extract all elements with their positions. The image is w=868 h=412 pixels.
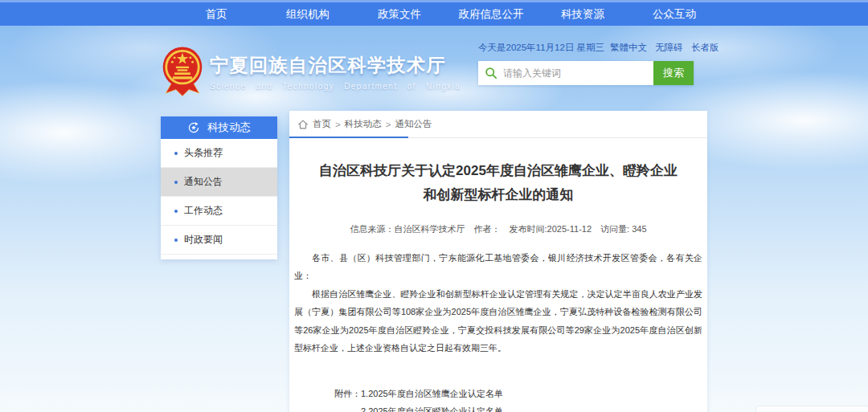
- bullet-dot-icon: [174, 152, 178, 155]
- sidebar-header: 科技动态: [161, 116, 277, 139]
- page: 首页 组织机构 政策文件 政府信息公开 科技资源 公众互动 宁夏回族自治区科学技…: [0, 0, 868, 412]
- attachment-link-eagle-list[interactable]: 1.2025年度自治区雏鹰企业认定名单: [361, 385, 530, 402]
- quick-links: 繁體中文 无障碍 长者版: [604, 42, 719, 54]
- article-title: 自治区科技厅关于认定2025年度自治区雏鹰企业、瞪羚企业和创新型标杆企业的通知: [317, 159, 680, 207]
- nav-item-policy-documents[interactable]: 政策文件: [354, 7, 445, 22]
- breadcrumb-home[interactable]: 首页: [313, 118, 331, 130]
- national-emblem-logo: [161, 45, 204, 98]
- attachments-label: 附件：: [334, 385, 361, 412]
- sidebar-item-label: 头条推荐: [184, 146, 223, 160]
- breadcrumb-tech-news[interactable]: 科技动态: [345, 118, 382, 130]
- nav-item-gov-info-disclosure[interactable]: 政府信息公开: [445, 7, 537, 22]
- main-nav: 首页 组织机构 政策文件 政府信息公开 科技资源 公众互动: [0, 2, 868, 26]
- attachments-list: 1.2025年度自治区雏鹰企业认定名单 2.2025年度自治区瞪羚企业认定名单 …: [361, 385, 530, 412]
- sidebar-item-notices[interactable]: 通知公告: [161, 168, 277, 197]
- brand-text: 宁夏回族自治区科学技术厅 Science and Technology Depa…: [210, 45, 461, 91]
- nav-item-public-interaction[interactable]: 公众互动: [628, 7, 720, 22]
- search-input[interactable]: [503, 67, 647, 79]
- site-brand: 宁夏回族自治区科学技术厅 Science and Technology Depa…: [161, 45, 461, 98]
- nav-item-organization[interactable]: 组织机构: [262, 7, 354, 22]
- bottom-right-panel-edge: [755, 406, 868, 412]
- bullet-dot-icon: [174, 210, 178, 213]
- meta-visits: 访问量: 345: [600, 224, 646, 234]
- site-title: 宁夏回族自治区科学技术厅: [210, 53, 461, 78]
- breadcrumb: 首页 > 科技动态 > 通知公告: [289, 111, 707, 138]
- sidebar-menu: 头条推荐 通知公告 工作动态 时政要闻: [161, 139, 277, 255]
- breadcrumb-separator: >: [386, 120, 391, 129]
- article-panel: 首页 > 科技动态 > 通知公告 自治区科技厅关于认定2025年度自治区雏鹰企业…: [289, 111, 707, 412]
- meta-source: 信息来源：自治区科学技术厅: [350, 224, 465, 234]
- article-meta: 信息来源：自治区科学技术厅 作者： 发布时间:2025-11-12 访问量: 3…: [289, 223, 707, 235]
- search-bar: 搜索: [478, 61, 694, 85]
- article-paragraph: 各市、县（区）科技管理部门，宁东能源化工基地管委会，银川经济技术开发区管委会，各…: [294, 249, 702, 285]
- article-paragraph: 根据自治区雏鹰企业、瞪羚企业和创新型标杆企业认定管理有关规定，决定认定半亩良人农…: [294, 285, 702, 357]
- sidebar-item-headline-recommend[interactable]: 头条推荐: [161, 139, 277, 168]
- link-elder-version[interactable]: 长者版: [691, 43, 719, 52]
- star-refresh-icon: [187, 121, 200, 134]
- sidebar-tech-news: 科技动态 头条推荐 通知公告 工作动态 时政要闻: [161, 116, 277, 259]
- breadcrumb-underline: [289, 137, 408, 138]
- meta-author: 作者：: [473, 224, 500, 234]
- attachment-link-gazelle-list[interactable]: 2.2025年度自治区瞪羚企业认定名单: [361, 402, 530, 412]
- bullet-dot-icon: [174, 181, 178, 184]
- nav-item-home[interactable]: 首页: [170, 7, 262, 22]
- sidebar-title: 科技动态: [207, 120, 251, 135]
- nav-item-tech-resources[interactable]: 科技资源: [537, 7, 628, 22]
- breadcrumb-notices[interactable]: 通知公告: [395, 118, 432, 130]
- breadcrumb-separator: >: [335, 120, 341, 129]
- today-date-text: 今天是2025年11月12日 星期三: [478, 42, 604, 54]
- attachments-block: 附件： 1.2025年度自治区雏鹰企业认定名单 2.2025年度自治区瞪羚企业认…: [334, 385, 707, 412]
- sidebar-item-work-dynamics[interactable]: 工作动态: [161, 197, 277, 226]
- search-icon: [485, 67, 497, 80]
- search-input-wrap: [478, 61, 653, 85]
- header-right: 今天是2025年11月12日 星期三 繁體中文 无障碍 长者版 搜索: [478, 42, 694, 85]
- site-subtitle: Science and Technology Department of Nin…: [210, 82, 461, 91]
- meta-publish-time: 发布时间:2025-11-12: [510, 224, 592, 234]
- home-icon: [297, 119, 309, 130]
- link-accessibility[interactable]: 无障碍: [655, 43, 683, 52]
- header-meta-row: 今天是2025年11月12日 星期三 繁體中文 无障碍 长者版: [478, 42, 694, 54]
- article-body: 各市、县（区）科技管理部门，宁东能源化工基地管委会，银川经济技术开发区管委会，各…: [294, 249, 702, 357]
- link-traditional-chinese[interactable]: 繁體中文: [610, 43, 647, 52]
- search-button[interactable]: 搜索: [653, 61, 694, 85]
- sidebar-item-label: 工作动态: [184, 204, 223, 218]
- bullet-dot-icon: [174, 239, 178, 242]
- sidebar-item-current-politics[interactable]: 时政要闻: [161, 226, 277, 255]
- sidebar-item-label: 通知公告: [184, 175, 223, 189]
- sidebar-item-label: 时政要闻: [184, 233, 223, 247]
